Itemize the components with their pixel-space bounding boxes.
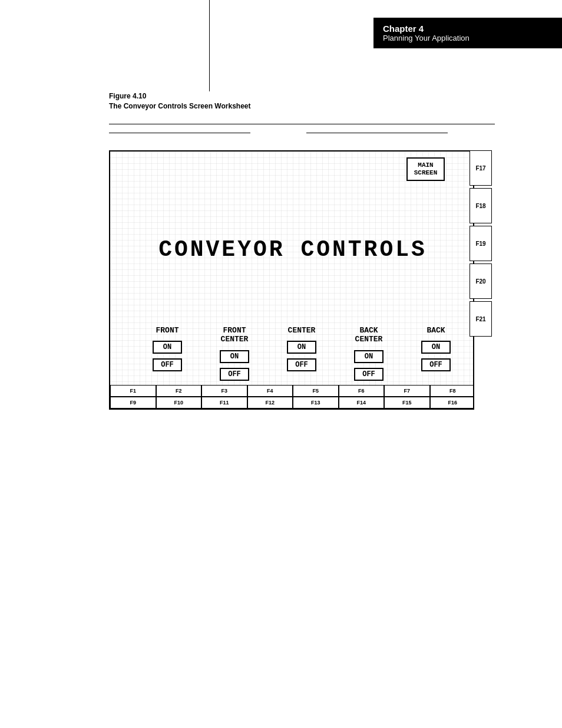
chapter-number: Chapter 4: [383, 24, 553, 34]
back-off-button[interactable]: OFF: [421, 358, 451, 371]
front-on-button[interactable]: ON: [153, 341, 182, 354]
figure-title: The Conveyor Controls Screen Worksheet: [109, 101, 251, 111]
fkey-f6[interactable]: F6: [339, 385, 385, 397]
front-center-off-button[interactable]: OFF: [220, 368, 249, 381]
fkey-f10[interactable]: F10: [156, 397, 202, 409]
fkeys-row-2: F9 F10 F11 F12 F13 F14 F15 F16: [110, 397, 474, 409]
fkey-f11[interactable]: F11: [201, 397, 247, 409]
front-label: FRONT: [156, 326, 178, 335]
fkey-f9[interactable]: F9: [110, 397, 156, 409]
fkey-f1[interactable]: F1: [110, 385, 156, 397]
horiz-line-1: [109, 124, 495, 124]
front-center-on-button[interactable]: ON: [220, 350, 249, 363]
front-off-button[interactable]: OFF: [153, 358, 182, 371]
fkeys-bottom: F1 F2 F3 F4 F5 F6 F7 F8 F9 F10 F11 F12 F…: [110, 385, 474, 409]
fkeys-right: F17 F18 F19 F20 F21: [470, 150, 492, 339]
back-center-off-button[interactable]: OFF: [354, 368, 384, 381]
horiz-line-3: [306, 133, 448, 133]
controls-row: FRONT ON OFF FRONTCENTER ON OFF CENTER O…: [134, 326, 470, 382]
fkey-f16[interactable]: F16: [430, 397, 475, 409]
diagram-container: MAINSCREEN CONVEYOR CONTROLS FRONT ON OF…: [109, 150, 492, 416]
back-on-button[interactable]: ON: [421, 341, 451, 354]
fkey-f13[interactable]: F13: [293, 397, 339, 409]
center-on-button[interactable]: ON: [287, 341, 316, 354]
horiz-line-2: [109, 133, 250, 133]
fkey-f8[interactable]: F8: [430, 385, 475, 397]
vertical-divider: [209, 0, 210, 91]
fkey-f2[interactable]: F2: [156, 385, 202, 397]
conveyor-controls-title: CONVEYOR CONTROLS: [140, 237, 446, 262]
fkey-f20[interactable]: F20: [470, 263, 492, 299]
back-center-on-button[interactable]: ON: [354, 350, 384, 363]
fkey-f14[interactable]: F14: [339, 397, 385, 409]
back-center-label: BACKCENTER: [355, 326, 383, 344]
center-off-button[interactable]: OFF: [287, 358, 316, 371]
back-label: BACK: [427, 326, 445, 335]
control-back: BACK ON OFF: [421, 326, 451, 373]
fkey-f15[interactable]: F15: [384, 397, 430, 409]
control-back-center: BACKCENTER ON OFF: [354, 326, 384, 382]
fkey-f18[interactable]: F18: [470, 188, 492, 223]
center-label: CENTER: [288, 326, 316, 335]
front-center-label: FRONTCENTER: [221, 326, 249, 344]
fkeys-row-1: F1 F2 F3 F4 F5 F6 F7 F8: [110, 385, 474, 397]
fkey-f21[interactable]: F21: [470, 301, 492, 337]
control-front: FRONT ON OFF: [153, 326, 182, 373]
control-center: CENTER ON OFF: [287, 326, 316, 373]
chapter-title: Planning Your Application: [383, 34, 553, 42]
fkey-f7[interactable]: F7: [384, 385, 430, 397]
figure-number: Figure 4.10: [109, 91, 251, 101]
chapter-header: Chapter 4 Planning Your Application: [373, 18, 562, 48]
fkey-f3[interactable]: F3: [201, 385, 247, 397]
figure-caption: Figure 4.10 The Conveyor Controls Screen…: [109, 91, 251, 111]
grid-area: MAINSCREEN CONVEYOR CONTROLS FRONT ON OF…: [109, 150, 474, 410]
fkey-f17[interactable]: F17: [470, 150, 492, 186]
fkey-f5[interactable]: F5: [293, 385, 339, 397]
main-screen-button[interactable]: MAINSCREEN: [406, 157, 445, 181]
fkey-f12[interactable]: F12: [247, 397, 293, 409]
main-screen-label: MAINSCREEN: [414, 162, 438, 177]
control-front-center: FRONTCENTER ON OFF: [220, 326, 249, 382]
fkey-f19[interactable]: F19: [470, 226, 492, 261]
fkey-f4[interactable]: F4: [247, 385, 293, 397]
